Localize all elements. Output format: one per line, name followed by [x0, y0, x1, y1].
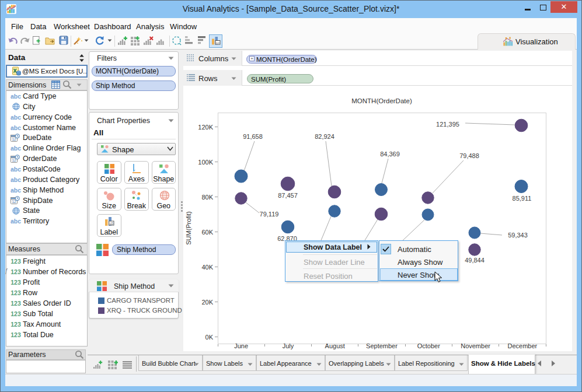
svg-text:December: December [507, 342, 537, 349]
svg-text:SUM(Profit): SUM(Profit) [185, 211, 192, 244]
svg-text:July: July [283, 342, 294, 349]
svg-text:September: September [366, 342, 398, 349]
svg-text:October: October [417, 342, 440, 349]
svg-text:79,119: 79,119 [260, 211, 279, 218]
svg-text:20K: 20K [201, 299, 213, 306]
svg-text:59,343: 59,343 [508, 232, 528, 239]
svg-text:80K: 80K [201, 194, 213, 201]
svg-text:MONTH(OrderDate): MONTH(OrderDate) [351, 97, 412, 104]
svg-text:LO: LO [216, 41, 219, 44]
svg-text:91,658: 91,658 [243, 133, 263, 140]
svg-text:0K: 0K [205, 334, 214, 341]
svg-text:40K: 40K [201, 264, 213, 271]
svg-text:87,457: 87,457 [278, 192, 298, 199]
svg-text:120K: 120K [198, 124, 213, 131]
svg-text:49,844: 49,844 [465, 257, 485, 264]
svg-text:100K: 100K [198, 159, 213, 166]
svg-text:November: November [461, 342, 490, 349]
svg-text:June: June [234, 342, 248, 349]
svg-text:LO: LO [110, 222, 114, 225]
svg-text:60K: 60K [201, 229, 213, 236]
svg-text:August: August [325, 342, 345, 349]
svg-text:85,911: 85,911 [513, 195, 532, 202]
svg-text:121,395: 121,395 [436, 121, 459, 128]
svg-text:82,924: 82,924 [315, 133, 334, 140]
svg-text:84,369: 84,369 [380, 150, 400, 158]
svg-text:79,488: 79,488 [459, 152, 479, 159]
